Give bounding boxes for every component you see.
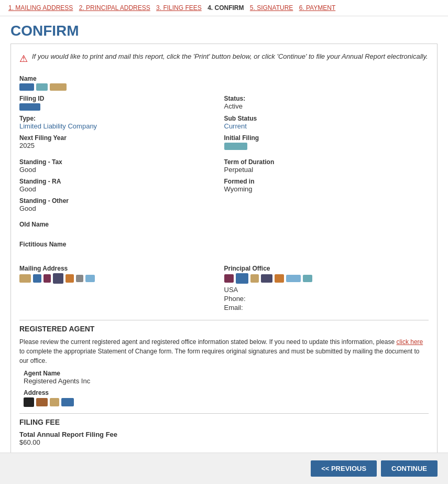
nav-item-filing-fees[interactable]: 3. FILING FEES — [156, 4, 202, 12]
ph-ma3 — [43, 274, 51, 283]
filing-id-label: Filing ID — [19, 95, 224, 102]
ph-pa7 — [303, 275, 312, 282]
nav-sep-2 — [152, 4, 154, 12]
ph-if — [224, 143, 247, 150]
sub-status-value: Current — [224, 122, 429, 130]
sub-status-label: Sub Status — [224, 115, 429, 122]
total-fee-value: $60.00 — [19, 438, 429, 446]
nav-item-principal[interactable]: 2. PRINCIPAL ADDRESS — [79, 4, 150, 12]
principal-email-label: Email: — [224, 304, 243, 311]
ph-1 — [19, 83, 34, 91]
name-label: Name — [19, 75, 224, 82]
sub-status-cell: Sub Status Current — [224, 113, 429, 132]
next-filing-year-label: Next Filing Year — [19, 134, 224, 142]
standing-tax-value: Good — [19, 166, 224, 174]
ph-pa4 — [261, 274, 272, 283]
term-duration-value: Perpetual — [224, 166, 429, 174]
reg-agent-heading: REGISTERED AGENT — [19, 325, 429, 333]
reg-agent-desc-part2: to complete the appropriate Statement of… — [19, 348, 420, 364]
standing-grid: Standing - Tax Good Term of Duration Per… — [19, 156, 429, 214]
status-cell: Status: Active — [224, 93, 429, 113]
next-filing-year-value: 2025 — [19, 142, 224, 149]
nav-sep-4 — [246, 4, 248, 12]
name-cell-right — [224, 73, 429, 93]
previous-button[interactable]: << PREVIOUS — [311, 460, 377, 477]
warning-icon: ⚠ — [19, 53, 28, 64]
principal-phone-label: Phone: — [224, 295, 246, 303]
standing-other-right — [224, 195, 429, 214]
mailing-address-placeholder — [19, 273, 224, 284]
ph-pa5 — [275, 274, 284, 283]
status-value: Active — [224, 102, 429, 110]
ph-3 — [50, 83, 67, 91]
principal-office-cell: Principal Office USA Phone: Email: — [224, 263, 429, 314]
total-fee-label: Total Annual Report Filing Fee — [19, 431, 429, 438]
ph-ma7 — [85, 275, 95, 282]
ph-fid — [19, 103, 40, 111]
nav-item-confirm[interactable]: 4. CONFIRM — [207, 4, 244, 12]
ph-aa3 — [50, 398, 59, 406]
nav-sep-5 — [295, 4, 297, 12]
filing-fee-divider — [19, 413, 429, 414]
mailing-address-cell: Mailing Address — [19, 263, 224, 314]
ph-aa2 — [36, 398, 48, 406]
term-duration-cell: Term of Duration Perpetual — [224, 156, 429, 176]
initial-filing-cell: Initial Filing — [224, 132, 429, 152]
nav-item-signature[interactable]: 5. SIGNATURE — [250, 4, 293, 12]
nav-item-mailing[interactable]: 1. MAILING ADDRESS — [8, 4, 73, 12]
filing-id-cell: Filing ID — [19, 93, 224, 113]
principal-phone: Phone: — [224, 295, 429, 303]
agent-name-label: Agent Name — [24, 370, 429, 377]
standing-other-label: Standing - Other — [19, 197, 224, 205]
reg-agent-desc-part1: Please review the current registered age… — [19, 338, 397, 346]
ph-pa3 — [250, 274, 259, 283]
standing-ra-value: Good — [19, 185, 224, 193]
term-duration-label: Term of Duration — [224, 158, 429, 166]
warning-banner: ⚠ If you would like to print and mail th… — [19, 52, 429, 64]
bottom-bar: << PREVIOUS CONTINUE — [0, 453, 448, 484]
page-title: CONFIRM — [0, 16, 448, 44]
standing-ra-label: Standing - RA — [19, 178, 224, 185]
initial-filing-label: Initial Filing — [224, 134, 429, 142]
formed-in-value: Wyoming — [224, 185, 429, 193]
top-nav: 1. MAILING ADDRESS 2. PRINCIPAL ADDRESS … — [0, 0, 448, 16]
ph-aa1 — [24, 397, 34, 407]
nav-sep-3 — [204, 4, 205, 12]
ph-aa4 — [61, 398, 74, 406]
ph-pa1 — [224, 274, 234, 283]
ph-ma2 — [33, 274, 41, 283]
ph-ma4 — [53, 273, 63, 284]
standing-ra-cell: Standing - RA Good — [19, 176, 224, 195]
type-label: Type: — [19, 115, 224, 122]
ph-ma1 — [19, 274, 31, 283]
main-content-box: ⚠ If you would like to print and mail th… — [10, 44, 438, 455]
formed-in-label: Formed in — [224, 178, 429, 185]
standing-tax-cell: Standing - Tax Good — [19, 156, 224, 176]
status-label: Status: — [224, 95, 429, 102]
type-value: Limited Liability Company — [19, 122, 224, 130]
fictitious-name-value — [19, 248, 429, 256]
old-name-section: Old Name — [19, 221, 429, 236]
principal-address-placeholder — [224, 273, 429, 284]
reg-agent-click-here[interactable]: click here — [397, 338, 423, 346]
continue-button[interactable]: CONTINUE — [381, 460, 438, 477]
mailing-address-label: Mailing Address — [19, 265, 224, 272]
filing-id-placeholder — [19, 103, 224, 111]
old-name-label: Old Name — [19, 221, 429, 228]
nav-item-payment[interactable]: 6. PAYMENT — [299, 4, 336, 12]
standing-other-cell: Standing - Other Good — [19, 195, 224, 214]
standing-other-value: Good — [19, 205, 224, 212]
agent-address-block: Address — [24, 389, 429, 407]
ph-ma6 — [76, 275, 83, 282]
address-grid: Mailing Address Principal Office — [19, 263, 429, 314]
ph-pa2 — [236, 273, 248, 284]
old-name-value — [19, 228, 429, 236]
reg-agent-description: Please review the current registered age… — [19, 337, 429, 365]
principal-usa: USA — [224, 286, 429, 294]
ph-ma5 — [65, 274, 74, 283]
agent-name-block: Agent Name Registered Agents Inc — [24, 370, 429, 385]
next-filing-year-cell: Next Filing Year 2025 — [19, 132, 224, 152]
type-cell: Type: Limited Liability Company — [19, 113, 224, 132]
agent-address-placeholder — [24, 397, 429, 407]
agent-name-value: Registered Agents Inc — [24, 377, 429, 385]
